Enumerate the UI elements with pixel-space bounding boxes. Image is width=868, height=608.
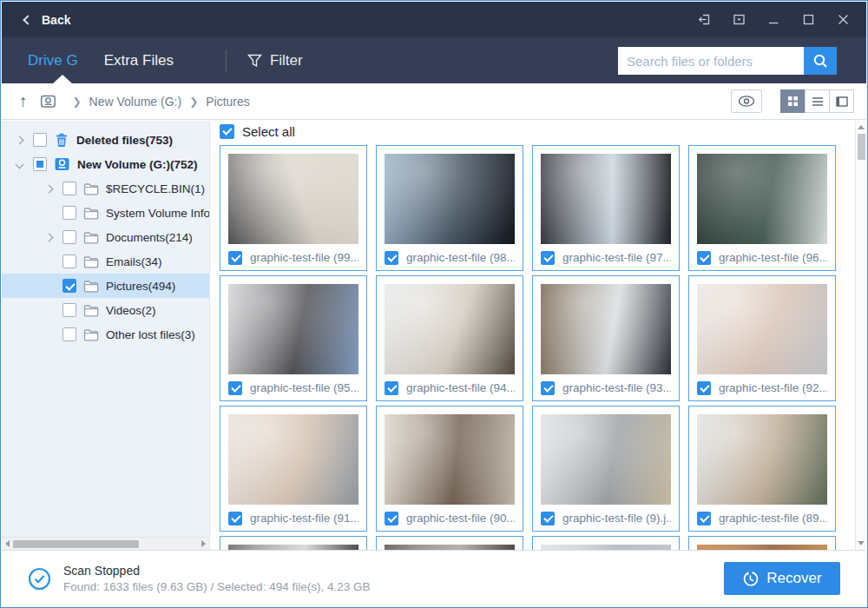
file-thumbnail[interactable] [385,414,515,505]
sidebar-horizontal-scrollbar[interactable] [2,537,209,550]
tree-item-pictures-494-[interactable]: Pictures(494) [2,274,209,298]
file-tile[interactable]: graphic-test-file (99... [220,145,367,271]
file-tile[interactable] [376,536,523,550]
file-thumbnail[interactable] [385,284,515,374]
tree-checkbox[interactable] [62,303,76,317]
pane-view-button[interactable] [829,89,854,113]
file-tile[interactable]: graphic-test-file (97... [532,145,680,271]
list-view-button[interactable] [805,89,830,113]
file-checkbox[interactable] [697,512,711,525]
preview-eye-button[interactable] [731,89,762,113]
tree-item-emails-34-[interactable]: Emails(34) [2,249,209,274]
file-thumbnail[interactable] [228,284,358,374]
back-button[interactable]: Back [24,13,70,27]
tree-item-deleted-files-753-[interactable]: Deleted files(753) [2,128,209,152]
chevron-right-icon[interactable] [42,235,56,241]
file-caption: graphic-test-file (92... [697,374,827,401]
file-tile[interactable]: graphic-test-file (9).j... [532,406,680,532]
select-all-row[interactable]: Select all [220,121,866,140]
breadcrumb-item-pictures[interactable]: Pictures [206,95,250,109]
tree-item-documents-214-[interactable]: Documents(214) [2,225,209,249]
scrollbar-thumb[interactable] [13,540,139,548]
file-tile[interactable]: graphic-test-file (93... [532,275,680,401]
scroll-up-icon[interactable] [858,125,865,129]
file-checkbox[interactable] [385,512,398,525]
file-checkbox[interactable] [228,251,242,265]
minimize-icon[interactable] [766,12,781,28]
file-checkbox[interactable] [228,381,242,395]
recover-button[interactable]: Recover [724,562,840,595]
scrollbar-thumb[interactable] [858,134,865,160]
file-thumbnail[interactable] [541,414,671,505]
tree-item-new-volume-g-752-[interactable]: New Volume (G:)(752) [2,152,209,176]
file-checkbox[interactable] [697,381,711,395]
up-level-icon[interactable]: ↑ [19,92,28,111]
file-thumbnail[interactable] [697,284,827,374]
select-all-checkbox[interactable] [220,124,234,139]
file-thumbnail[interactable] [697,414,827,505]
search-button[interactable] [804,47,837,75]
filter-button[interactable]: Filter [247,52,303,69]
maximize-icon[interactable] [800,12,816,28]
file-tile[interactable]: graphic-test-file (96... [688,145,836,271]
scroll-right-icon[interactable] [201,540,206,547]
file-thumbnail[interactable] [385,154,515,244]
file-thumbnail[interactable] [228,154,358,244]
folder-icon [83,231,99,244]
tree-checkbox[interactable] [33,133,47,147]
chevron-right-icon[interactable] [42,186,56,192]
scan-complete-icon [28,567,51,591]
drive-root-icon[interactable] [40,95,56,109]
file-checkbox[interactable] [228,512,242,525]
file-tile[interactable] [532,536,680,550]
tab-extra-files[interactable]: Extra Files [104,52,174,69]
scroll-down-icon[interactable] [858,541,865,545]
tree-item--recycle-bin-1-[interactable]: $RECYCLE.BIN(1) [2,176,209,201]
file-checkbox[interactable] [385,251,398,265]
file-tile[interactable] [688,536,836,550]
scroll-left-icon[interactable] [5,540,10,547]
folder-icon [83,207,99,220]
tree-item-other-lost-files-3-[interactable]: Other lost files(3) [2,322,209,347]
file-tile[interactable]: graphic-test-file (91... [220,406,367,532]
file-tile[interactable]: graphic-test-file (94... [376,275,523,401]
file-checkbox[interactable] [541,512,555,525]
tree-item-videos-2-[interactable]: Videos(2) [2,298,209,322]
export-window-icon[interactable] [696,12,712,28]
chevron-down-icon[interactable] [12,162,26,168]
breadcrumb-item-volume[interactable]: New Volume (G:) [89,95,182,109]
file-thumbnail[interactable] [541,154,671,244]
tree-checkbox[interactable] [62,206,76,220]
tab-drive-g[interactable]: Drive G [28,52,78,69]
tree-checkbox[interactable] [62,230,76,244]
file-tile[interactable]: graphic-test-file (95... [220,275,367,401]
file-checkbox[interactable] [385,381,398,395]
tree-checkbox[interactable] [62,327,76,341]
menu-dropdown-icon[interactable] [731,12,746,28]
tabbar: Drive G Extra Files Filter [2,37,866,83]
file-tile[interactable] [220,536,367,550]
file-tile[interactable]: graphic-test-file (98... [376,145,523,271]
file-checkbox[interactable] [541,251,555,265]
filter-funnel-icon [247,54,262,68]
tree-item-system-volume-informat[interactable]: System Volume Informat [2,201,209,225]
file-checkbox[interactable] [541,381,555,395]
chevron-right-icon[interactable] [12,137,26,143]
grid-vertical-scrollbar[interactable] [855,121,866,550]
file-checkbox[interactable] [697,251,711,265]
status-bar: Scan Stopped Found: 1633 files (9.63 GB)… [2,550,866,606]
tree-checkbox[interactable] [62,279,76,293]
file-tile[interactable]: graphic-test-file (92... [688,275,836,401]
tree-checkbox[interactable] [62,254,76,268]
grid-view-button[interactable] [780,89,806,113]
file-thumbnail[interactable] [228,414,358,505]
tree-item-label: Deleted files(753) [76,134,173,147]
search-input[interactable] [618,47,804,75]
file-thumbnail[interactable] [541,284,671,374]
file-tile[interactable]: graphic-test-file (89... [688,406,836,532]
close-icon[interactable] [835,12,851,28]
tree-checkbox[interactable] [62,182,76,195]
tree-checkbox[interactable] [33,157,47,171]
file-tile[interactable]: graphic-test-file (90... [376,406,523,532]
file-thumbnail[interactable] [697,154,827,244]
